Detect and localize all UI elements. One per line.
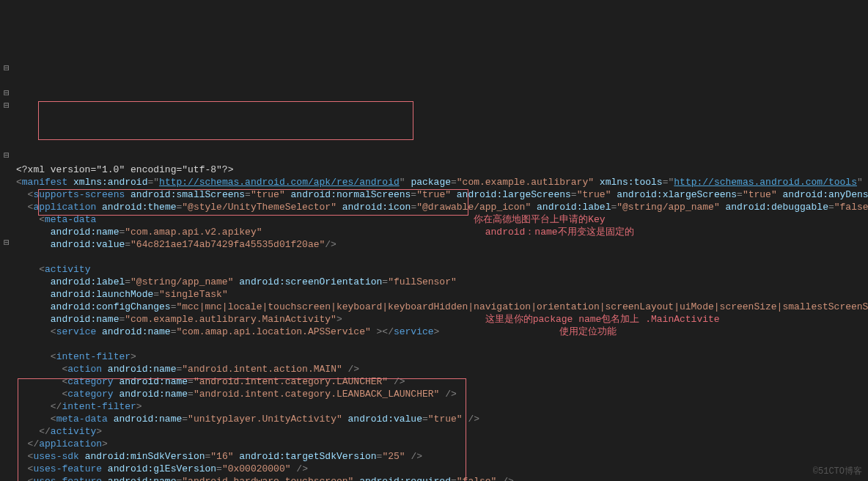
- code-line: <?xml version="1.0" encoding="utf-8"?>: [16, 164, 868, 176]
- code-line: android:launchMode="singleTask": [16, 288, 868, 301]
- code-line: <action android:name="android.intent.act…: [16, 363, 868, 375]
- code-line: android:name="com.amap.api.v2.apikey" an…: [16, 226, 868, 238]
- fold-gutter: ⊟⊟⊟⊟⊟: [0, 50, 13, 481]
- code-line: <uses-feature android:glEsVersion="0x000…: [16, 463, 868, 475]
- code-line: <intent-filter>: [16, 350, 868, 363]
- code-line: </activity>: [16, 425, 868, 438]
- annotation-box-meta: [38, 101, 413, 140]
- code-line: </intent-filter>: [16, 400, 868, 413]
- code-line: <category android:name="android.intent.c…: [16, 388, 868, 400]
- code-line: </application>: [16, 438, 868, 450]
- code-line: <manifest xmlns:android="http://schemas.…: [16, 176, 868, 188]
- code-line: [16, 338, 868, 350]
- code-line: android:value="64c821ae174ab7429fa45535d…: [16, 238, 868, 251]
- code-line: android:name="com.example.autlibrary.Mai…: [16, 313, 868, 326]
- code-line: [16, 251, 868, 263]
- code-line: <service android:name="com.amap.api.loca…: [16, 326, 868, 338]
- code-line: <uses-sdk android:minSdkVersion="16" and…: [16, 450, 868, 463]
- code-line: <category android:name="android.intent.c…: [16, 375, 868, 388]
- code-editor: ⊟⊟⊟⊟⊟ <?xml version="1.0" encoding="utf-…: [0, 50, 868, 481]
- code-line: <meta-data 你在高德地图平台上申请的Key: [16, 213, 868, 226]
- code-line: android:configChanges="mcc|mnc|locale|to…: [16, 301, 868, 313]
- code-line: <activity: [16, 263, 868, 276]
- code-body: <?xml version="1.0" encoding="utf-8"?><m…: [16, 164, 868, 481]
- code-line: <uses-feature android:name="android.hard…: [16, 475, 868, 481]
- code-line: android:label="@string/app_name" android…: [16, 276, 868, 288]
- code-line: <supports-screens android:smallScreens="…: [16, 188, 868, 201]
- code-line: <application android:theme="@style/Unity…: [16, 201, 868, 213]
- watermark: ©51CTO博客: [813, 466, 862, 478]
- code-line: <meta-data android:name="unityplayer.Uni…: [16, 413, 868, 425]
